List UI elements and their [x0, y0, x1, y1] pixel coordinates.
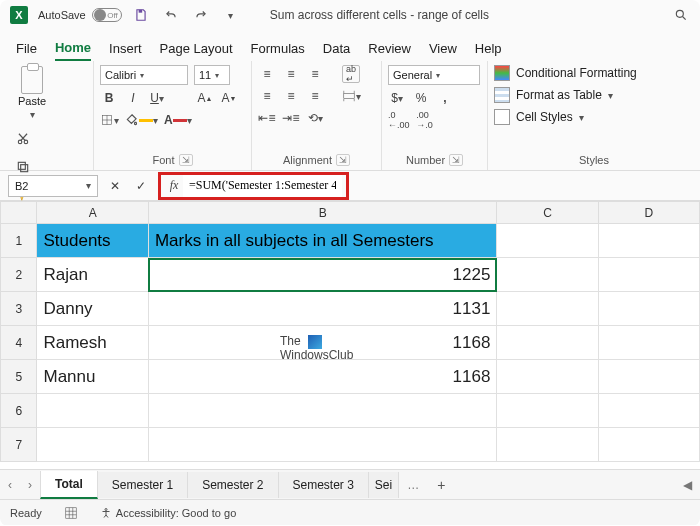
- tab-file[interactable]: File: [16, 37, 37, 60]
- cell-d4[interactable]: [598, 326, 699, 360]
- align-middle-icon[interactable]: ≡: [282, 65, 300, 83]
- horiz-scroll-left[interactable]: ◀: [675, 478, 700, 492]
- autosave-toggle[interactable]: Off: [92, 8, 122, 22]
- tab-help[interactable]: Help: [475, 37, 502, 60]
- col-header-a[interactable]: A: [37, 202, 148, 224]
- cell-d6[interactable]: [598, 394, 699, 428]
- row-header[interactable]: 2: [1, 258, 37, 292]
- cell-d7[interactable]: [598, 428, 699, 462]
- row-header[interactable]: 1: [1, 224, 37, 258]
- sheet-tab-s4[interactable]: Sei: [369, 472, 399, 498]
- cell-c4[interactable]: [497, 326, 598, 360]
- col-header-b[interactable]: B: [148, 202, 496, 224]
- increase-font-icon[interactable]: A▲: [196, 89, 214, 107]
- sheet-tab-total[interactable]: Total: [40, 471, 98, 499]
- cell-a4[interactable]: Ramesh: [37, 326, 148, 360]
- cancel-formula-icon[interactable]: ✕: [106, 177, 124, 195]
- enter-formula-icon[interactable]: ✓: [132, 177, 150, 195]
- fx-icon[interactable]: fx: [165, 177, 183, 195]
- number-launcher[interactable]: ⇲: [449, 154, 463, 166]
- accounting-format-button[interactable]: $▾: [388, 89, 406, 107]
- cell-b1[interactable]: Marks in all subjects in all Semesters: [148, 224, 496, 258]
- row-header[interactable]: 6: [1, 394, 37, 428]
- cell-d3[interactable]: [598, 292, 699, 326]
- name-box[interactable]: B2▾: [8, 175, 98, 197]
- cell-b2-selected[interactable]: 1225: [148, 258, 496, 292]
- spreadsheet-grid[interactable]: A B C D 1 Students Marks in all subjects…: [0, 201, 700, 469]
- paste-button[interactable]: Paste ▾: [14, 65, 50, 122]
- cell-c6[interactable]: [497, 394, 598, 428]
- font-name-select[interactable]: Calibri▾: [100, 65, 188, 85]
- sheet-nav-prev[interactable]: ‹: [0, 478, 20, 492]
- wrap-text-button[interactable]: ab↵: [342, 65, 360, 83]
- sheet-tabs-more[interactable]: …: [399, 478, 427, 492]
- cell-c7[interactable]: [497, 428, 598, 462]
- cell-styles-button[interactable]: Cell Styles▾: [494, 109, 694, 125]
- row-header[interactable]: 4: [1, 326, 37, 360]
- orientation-button[interactable]: ⟲▾: [306, 109, 324, 127]
- bold-button[interactable]: B: [100, 89, 118, 107]
- undo-icon[interactable]: [162, 6, 180, 24]
- font-size-select[interactable]: 11▾: [194, 65, 230, 85]
- percent-format-button[interactable]: %: [412, 89, 430, 107]
- cell-b3[interactable]: 1131: [148, 292, 496, 326]
- copy-icon[interactable]: [14, 158, 32, 176]
- increase-decimal-icon[interactable]: .0←.00: [388, 111, 410, 129]
- cell-d1[interactable]: [598, 224, 699, 258]
- merge-center-button[interactable]: ▾: [342, 87, 361, 105]
- save-icon[interactable]: [132, 6, 150, 24]
- borders-button[interactable]: ▾: [100, 111, 119, 129]
- alignment-launcher[interactable]: ⇲: [336, 154, 350, 166]
- row-header[interactable]: 7: [1, 428, 37, 462]
- cut-icon[interactable]: [14, 130, 32, 148]
- align-right-icon[interactable]: ≡: [306, 87, 324, 105]
- font-color-button[interactable]: A▾: [164, 111, 192, 129]
- cell-b6[interactable]: [148, 394, 496, 428]
- underline-button[interactable]: U▾: [148, 89, 166, 107]
- cell-b7[interactable]: [148, 428, 496, 462]
- align-top-icon[interactable]: ≡: [258, 65, 276, 83]
- sheet-nav-next[interactable]: ›: [20, 478, 40, 492]
- status-stats-icon[interactable]: [62, 504, 80, 522]
- cell-a5[interactable]: Mannu: [37, 360, 148, 394]
- accessibility-status[interactable]: Accessibility: Good to go: [100, 507, 236, 519]
- sheet-tab-s3[interactable]: Semester 3: [279, 472, 369, 498]
- tab-review[interactable]: Review: [368, 37, 411, 60]
- formula-input[interactable]: [183, 175, 342, 197]
- cell-c1[interactable]: [497, 224, 598, 258]
- cell-c5[interactable]: [497, 360, 598, 394]
- cell-a6[interactable]: [37, 394, 148, 428]
- font-launcher[interactable]: ⇲: [179, 154, 193, 166]
- align-left-icon[interactable]: ≡: [258, 87, 276, 105]
- row-header[interactable]: 3: [1, 292, 37, 326]
- cell-c2[interactable]: [497, 258, 598, 292]
- decrease-font-icon[interactable]: A▼: [220, 89, 238, 107]
- cell-a1[interactable]: Students: [37, 224, 148, 258]
- format-as-table-button[interactable]: Format as Table▾: [494, 87, 694, 103]
- tab-formulas[interactable]: Formulas: [251, 37, 305, 60]
- qa-dropdown-icon[interactable]: ▾: [222, 6, 240, 24]
- decrease-indent-icon[interactable]: ⇤≡: [258, 109, 276, 127]
- increase-indent-icon[interactable]: ⇥≡: [282, 109, 300, 127]
- conditional-formatting-button[interactable]: Conditional Formatting: [494, 65, 694, 81]
- sheet-tab-s2[interactable]: Semester 2: [188, 472, 278, 498]
- cell-b5[interactable]: 1168: [148, 360, 496, 394]
- redo-icon[interactable]: [192, 6, 210, 24]
- fill-color-button[interactable]: ▾: [125, 111, 158, 129]
- cell-a7[interactable]: [37, 428, 148, 462]
- add-sheet-button[interactable]: +: [427, 477, 455, 493]
- cell-d2[interactable]: [598, 258, 699, 292]
- tab-data[interactable]: Data: [323, 37, 350, 60]
- tab-insert[interactable]: Insert: [109, 37, 142, 60]
- row-header[interactable]: 5: [1, 360, 37, 394]
- cell-c3[interactable]: [497, 292, 598, 326]
- align-center-icon[interactable]: ≡: [282, 87, 300, 105]
- decrease-decimal-icon[interactable]: .00→.0: [416, 111, 434, 129]
- number-format-select[interactable]: General▾: [388, 65, 480, 85]
- col-header-d[interactable]: D: [598, 202, 699, 224]
- comma-format-button[interactable]: ,: [436, 89, 454, 107]
- cell-a3[interactable]: Danny: [37, 292, 148, 326]
- autosave[interactable]: AutoSave Off: [38, 8, 122, 22]
- search-icon[interactable]: [672, 6, 690, 24]
- tab-view[interactable]: View: [429, 37, 457, 60]
